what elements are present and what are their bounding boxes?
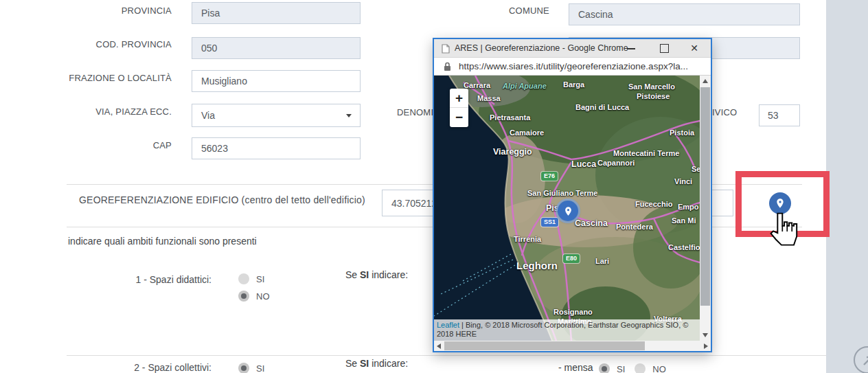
radio-option-no[interactable]: NO <box>635 363 666 373</box>
window-titlebar[interactable]: ARES | Georeferenziazione - Google Chrom… <box>434 39 711 58</box>
mensa-radio-group: SINO <box>599 363 666 373</box>
georef-label: GEOREFERENZIAZIONE EDIFICIO (centro del … <box>79 194 365 205</box>
scroll-up-arrow-icon[interactable] <box>703 79 708 83</box>
mensa-label: - mensa <box>558 362 593 373</box>
cod-provincia-label: COD. PROVINCIA <box>27 39 172 49</box>
radio-label: SI <box>617 364 625 373</box>
maximize-button[interactable] <box>655 39 673 57</box>
map-zoom-control: + − <box>450 89 468 127</box>
zoom-in-button[interactable]: + <box>450 89 468 108</box>
via-piazza-select[interactable]: Via <box>192 104 361 127</box>
road-shield: E76 <box>541 172 558 181</box>
georeferenziazione-popup-window: ARES | Georeferenziazione - Google Chrom… <box>433 38 712 352</box>
select-chevron-down-icon <box>346 114 352 117</box>
numero-civico-input[interactable] <box>759 104 800 126</box>
question-1-radio-group: SINO <box>238 273 270 302</box>
window-title: ARES | Georeferenziazione - Google Chrom… <box>455 43 628 53</box>
attribution-text: | Bing, © 2018 Microsoft Corporation, Ea… <box>437 321 688 338</box>
map-canvas[interactable]: + − CarraraAlpi ApuaneMassaBargaSan Marc… <box>434 76 700 341</box>
scroll-right-arrow-icon[interactable] <box>704 343 708 349</box>
radio-label: NO <box>256 291 270 302</box>
cap-label: CAP <box>27 140 172 150</box>
question-2-radio-group: SI <box>238 363 264 373</box>
radio-option-si[interactable]: SI <box>238 363 264 373</box>
radio-option-si[interactable]: SI <box>238 273 270 284</box>
denominazione-label-fragment: DENOMI <box>397 107 433 117</box>
question-2-label: 2 - Spazi collettivi: <box>74 362 212 373</box>
leaflet-link[interactable]: Leaflet <box>437 321 459 329</box>
vertical-scroll-thumb[interactable] <box>700 87 710 306</box>
url-text: https://www.siares.it/utility/georeferen… <box>459 61 688 71</box>
comune-input[interactable] <box>569 3 800 25</box>
section-note: indicare quali ambiti funzionali sono pr… <box>68 236 257 247</box>
numero-civico-label-fragment: IVICO <box>712 107 737 117</box>
via-piazza-selected-value: Via <box>201 110 215 121</box>
popup-horizontal-scrollbar[interactable] <box>434 341 711 351</box>
radio-label: SI <box>256 274 264 284</box>
frazione-label: FRAZIONE O LOCALITÀ <box>27 73 172 83</box>
radio-button[interactable] <box>238 273 249 284</box>
radio-label: SI <box>256 363 264 373</box>
radio-option-si[interactable]: SI <box>599 363 625 373</box>
map-attribution: Leaflet | Bing, © 2018 Microsoft Corpora… <box>434 319 700 341</box>
hand-cursor-icon <box>767 212 799 248</box>
minimize-button[interactable] <box>622 39 640 57</box>
radio-button[interactable] <box>599 363 610 373</box>
radio-option-no[interactable]: NO <box>238 291 270 302</box>
se-si-note-2: Se SI indicare: <box>345 358 408 369</box>
close-button[interactable]: ✕ <box>685 39 703 57</box>
road-shield: E80 <box>563 254 580 263</box>
cod-provincia-input[interactable] <box>192 37 361 59</box>
scroll-down-arrow-icon[interactable] <box>703 333 708 337</box>
zoom-out-button[interactable]: − <box>450 108 468 127</box>
page: PROVINCIA COD. PROVINCIA FRAZIONE O LOCA… <box>0 0 868 373</box>
radio-button[interactable] <box>238 291 249 302</box>
provincia-label: PROVINCIA <box>27 5 172 16</box>
se-si-note-1: Se SI indicare: <box>345 269 408 280</box>
lock-icon <box>444 62 451 71</box>
arrow-up-right-icon <box>858 350 868 371</box>
scroll-left-arrow-icon[interactable] <box>437 343 441 349</box>
question-1-label: 1 - Spazi didattici: <box>74 274 212 285</box>
map-pin-icon <box>563 206 573 216</box>
address-bar[interactable]: https://www.siares.it/utility/georeferen… <box>434 58 711 76</box>
page-document-icon <box>442 44 450 54</box>
page-right-margin <box>826 0 868 373</box>
cap-input[interactable] <box>192 137 361 159</box>
horizontal-scroll-thumb[interactable] <box>444 341 645 350</box>
provincia-input[interactable] <box>192 2 361 24</box>
radio-button[interactable] <box>238 363 249 373</box>
divider <box>67 355 826 356</box>
radio-label: NO <box>652 364 666 373</box>
frazione-input[interactable] <box>192 70 361 92</box>
radio-button[interactable] <box>635 363 646 373</box>
via-piazza-label: VIA, PIAZZA ECC. <box>27 106 172 117</box>
road-shield: SS1 <box>541 218 558 227</box>
popup-vertical-scrollbar[interactable] <box>700 76 711 341</box>
comune-label: COMUNE <box>405 5 549 16</box>
location-marker[interactable] <box>558 201 578 221</box>
